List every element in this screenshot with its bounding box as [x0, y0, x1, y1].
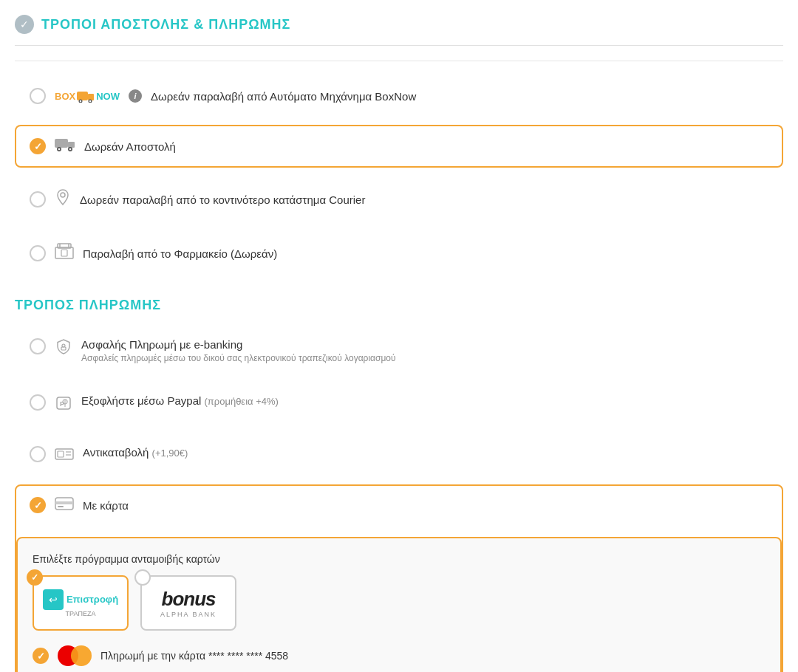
radio-bonus[interactable] [134, 569, 151, 586]
card-svg [55, 496, 74, 511]
card-program-title: Επιλέξτε πρόγραμμα ανταμοιβής καρτών [33, 553, 765, 565]
epistrofi-sub: ΤΡΑΠΕΖΑ [66, 610, 96, 617]
svg-point-11 [69, 148, 72, 151]
svg-rect-1 [88, 94, 94, 100]
radio-boxnow[interactable] [30, 88, 46, 104]
bonus-text: bonus [162, 588, 216, 611]
payment-option-card[interactable]: Με κάρτα Επιλέξτε πρόγραμμα ανταμοιβής κ… [15, 484, 783, 672]
card-title: Με κάρτα [83, 499, 129, 512]
boxnow-truck-icon [77, 89, 95, 103]
location-svg [55, 188, 71, 206]
card-icon [55, 496, 74, 514]
paypal-svg: P [55, 394, 72, 412]
card-programs: ↩ Επιστροφή ΤΡΑΠΕΖΑ bonus ALPHA BANK [33, 575, 765, 631]
card-program-bonus[interactable]: bonus ALPHA BANK [140, 575, 236, 631]
card-expanded-section: Επιλέξτε πρόγραμμα ανταμοιβής καρτών ↩ Ε… [16, 537, 782, 672]
svg-point-5 [89, 100, 91, 102]
card-row-header[interactable]: Με κάρτα [16, 486, 782, 524]
svg-point-18 [62, 344, 65, 347]
epistrofi-icon: ↩ [43, 589, 64, 610]
divider [15, 61, 783, 61]
cod-badge: (+1,90€) [152, 448, 188, 459]
mc-orange-circle [71, 645, 92, 666]
paypal-title: Εξοφλήστε μέσω Paypal (προμήθεια +4%) [81, 394, 279, 407]
section-header: ✓ ΤΡΟΠΟΙ ΑΠΟΣΤΟΛΗΣ & ΠΛΗΡΩΜΗΣ [15, 15, 783, 46]
saved-card-row-1[interactable]: Πληρωμή με την κάρτα **** **** **** 4558 [33, 645, 765, 666]
saved-card-text: Πληρωμή με την κάρτα **** **** **** 4558 [100, 650, 288, 662]
radio-saved-card[interactable] [33, 648, 49, 664]
payment-section-header: ΤΡΟΠΟΣ ΠΛΗΡΩΜΗΣ [15, 298, 783, 313]
epistrofi-text: Επιστροφή [66, 594, 118, 605]
ebanking-subtitle: Ασφαλείς πληρωμές μέσω του δικού σας ηλε… [81, 353, 396, 363]
shipping-option-pharmacy[interactable]: Παραλαβή από το Φαρμακείο (Δωρεάν) [15, 231, 783, 275]
payment-option-cod[interactable]: Αντικαταβολή (+1,90€) [15, 434, 783, 477]
free-shipping-text: Δωρεάν Αποστολή [84, 140, 176, 153]
truck-icon [55, 137, 75, 156]
epistrofi-card-box[interactable]: ↩ Επιστροφή ΤΡΑΠΕΖΑ [33, 575, 129, 631]
card-program-epistrofi[interactable]: ↩ Επιστροφή ΤΡΑΠΕΖΑ [33, 575, 129, 631]
boxnow-option-text: Δωρεάν παραλαβή από Αυτόματο Μηχάνημα Bo… [151, 90, 416, 103]
bonus-card-content: bonus ALPHA BANK [154, 582, 222, 624]
radio-epistrofi[interactable] [27, 569, 43, 586]
svg-point-4 [80, 100, 81, 102]
radio-courier[interactable] [30, 191, 46, 208]
payment-options: Ασφαλής Πληρωμή με e-banking Ασφαλείς πλ… [15, 326, 783, 672]
radio-card[interactable] [30, 497, 46, 513]
box-text: BOX [55, 91, 75, 102]
location-icon [55, 188, 71, 210]
svg-rect-29 [55, 501, 73, 504]
shipping-option-free[interactable]: Δωρεάν Αποστολή [15, 125, 783, 168]
svg-rect-25 [58, 451, 64, 457]
shield-ebanking-svg [55, 338, 72, 356]
paypal-icon: P [55, 394, 72, 415]
radio-cod[interactable] [30, 446, 46, 462]
header-check-icon: ✓ [15, 15, 34, 34]
bonus-sub: ALPHA BANK [160, 611, 216, 618]
saved-cards: Πληρωμή με την κάρτα **** **** **** 4558… [33, 645, 765, 672]
payment-option-ebanking[interactable]: Ασφαλής Πληρωμή με e-banking Ασφαλείς πλ… [15, 326, 783, 375]
svg-rect-7 [68, 142, 75, 148]
radio-free[interactable] [30, 138, 46, 154]
cod-icon [55, 446, 74, 465]
svg-rect-13 [55, 247, 73, 258]
payment-option-paypal[interactable]: P Εξοφλήστε μέσω Paypal (προμήθεια +4%) [15, 383, 783, 427]
svg-point-12 [61, 193, 65, 197]
payment-section-title: ΤΡΟΠΟΣ ΠΛΗΡΩΜΗΣ [15, 298, 161, 312]
radio-ebanking[interactable] [30, 338, 46, 354]
svg-rect-0 [77, 92, 88, 100]
ebanking-icon [55, 338, 72, 359]
svg-rect-30 [58, 506, 64, 507]
svg-point-10 [58, 148, 61, 151]
svg-rect-6 [55, 139, 68, 148]
boxnow-badge: BOX NOW [55, 89, 120, 103]
svg-rect-17 [61, 250, 67, 256]
shipping-options: BOX NOW i Δωρεάν παραλαβή από Αυτόματο Μ… [15, 76, 783, 275]
radio-pharmacy[interactable] [30, 245, 46, 261]
epistrofi-card-content: ↩ Επιστροφή ΤΡΑΠΕΖΑ [37, 583, 124, 623]
shipping-option-boxnow[interactable]: BOX NOW i Δωρεάν παραλαβή από Αυτόματο Μ… [15, 76, 783, 116]
cod-title: Αντικαταβολή (+1,90€) [83, 446, 188, 459]
section-title: ΤΡΟΠΟΙ ΑΠΟΣΤΟΛΗΣ & ΠΛΗΡΩΜΗΣ [41, 17, 290, 32]
courier-text: Δωρεάν παραλαβή από το κοντινότερο κατάσ… [80, 193, 365, 206]
pharmacy-svg [55, 243, 74, 259]
info-badge[interactable]: i [129, 89, 142, 103]
epistrofi-logo: ↩ Επιστροφή [43, 589, 118, 610]
shipping-option-courier[interactable]: Δωρεάν παραλαβή από το κοντινότερο κατάσ… [15, 176, 783, 222]
cash-svg [55, 446, 74, 462]
now-text: NOW [96, 91, 120, 102]
pharmacy-icon [55, 243, 74, 264]
paypal-badge: (προμήθεια +4%) [204, 396, 278, 407]
ebanking-title: Ασφαλής Πληρωμή με e-banking [81, 338, 396, 351]
svg-rect-19 [61, 347, 66, 350]
truck-svg [55, 137, 75, 151]
mastercard-icon [58, 645, 92, 666]
ebanking-content: Ασφαλής Πληρωμή με e-banking Ασφαλείς πλ… [81, 338, 396, 363]
radio-paypal[interactable] [30, 394, 46, 411]
pharmacy-text: Παραλαβή από το Φαρμακείο (Δωρεάν) [83, 247, 277, 260]
bonus-card-box[interactable]: bonus ALPHA BANK [140, 575, 236, 631]
